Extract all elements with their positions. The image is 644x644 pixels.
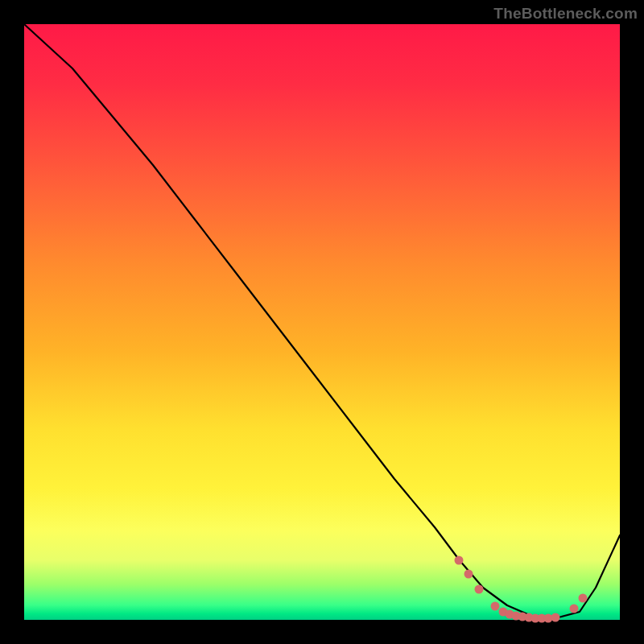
marker-dot — [551, 613, 560, 622]
plot-area — [24, 24, 620, 620]
marker-dot — [475, 585, 484, 594]
marker-dot — [491, 602, 500, 611]
marker-dot — [570, 605, 579, 613]
chart-frame: TheBottleneck.com — [0, 0, 644, 644]
marker-dot — [455, 556, 464, 565]
marker-group — [455, 556, 588, 623]
bottleneck-curve — [24, 24, 620, 618]
marker-dot — [579, 594, 588, 603]
watermark-text: TheBottleneck.com — [493, 5, 638, 23]
marker-dot — [464, 570, 473, 579]
curve-svg — [24, 24, 620, 620]
